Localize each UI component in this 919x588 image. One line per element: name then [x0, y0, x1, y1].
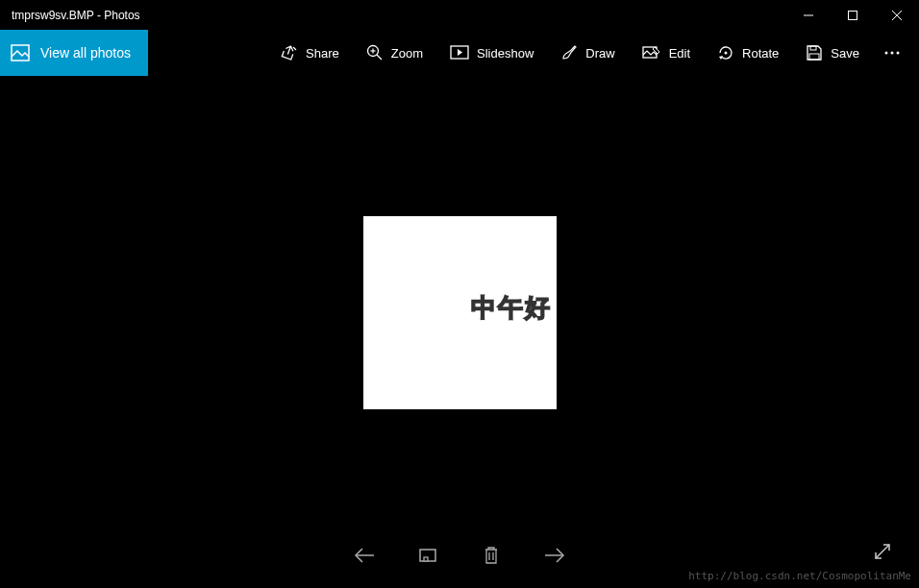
share-label: Share: [306, 46, 339, 61]
zoom-button[interactable]: Zoom: [353, 30, 436, 76]
minimize-icon: [804, 11, 813, 20]
canvas-area: 中午好: [0, 76, 919, 588]
zoom-icon: [366, 44, 384, 61]
trash-icon: [484, 546, 499, 565]
zoom-label: Zoom: [391, 46, 423, 61]
image-icon: [10, 42, 31, 63]
svg-rect-21: [424, 557, 428, 561]
svg-rect-1: [849, 11, 857, 19]
arrow-left-icon: [354, 547, 375, 564]
collection-button[interactable]: [414, 542, 441, 569]
toolbar: View all photos Share Zoom Slideshow Dra: [0, 30, 919, 76]
share-button[interactable]: Share: [267, 30, 353, 76]
save-label: Save: [831, 46, 859, 61]
rotate-icon: [717, 44, 734, 61]
arrow-right-icon: [544, 547, 565, 564]
svg-rect-15: [809, 54, 819, 60]
rotate-label: Rotate: [742, 46, 779, 61]
toolbar-buttons: Share Zoom Slideshow Draw Edit: [267, 30, 919, 76]
slideshow-label: Slideshow: [477, 46, 534, 61]
draw-icon: [560, 44, 578, 61]
view-all-photos-label: View all photos: [40, 45, 131, 61]
svg-line-23: [876, 545, 889, 558]
svg-point-16: [885, 52, 888, 55]
view-all-photos-button[interactable]: View all photos: [0, 30, 148, 76]
slideshow-button[interactable]: Slideshow: [436, 30, 547, 76]
close-icon: [892, 11, 902, 20]
previous-button[interactable]: [351, 542, 378, 569]
save-icon: [806, 44, 823, 61]
share-icon: [281, 44, 298, 61]
close-button[interactable]: [875, 0, 919, 30]
rotate-button[interactable]: Rotate: [704, 30, 792, 76]
draw-label: Draw: [585, 46, 614, 61]
more-icon: [884, 51, 900, 55]
minimize-button[interactable]: [786, 0, 831, 30]
save-button[interactable]: Save: [792, 30, 873, 76]
collection-icon: [418, 547, 437, 564]
window-controls: [786, 0, 919, 30]
svg-marker-10: [458, 49, 462, 56]
svg-point-13: [725, 52, 728, 55]
svg-point-17: [891, 52, 894, 55]
fullscreen-button[interactable]: [869, 538, 896, 565]
watermark: http://blog.csdn.net/CosmopolitanMe: [688, 570, 911, 582]
photo-image: 中午好: [363, 216, 557, 409]
maximize-button[interactable]: [831, 0, 875, 30]
bottom-controls: [351, 542, 568, 569]
titlebar: tmprsw9sv.BMP - Photos: [0, 0, 919, 30]
maximize-icon: [848, 11, 857, 20]
fullscreen-icon: [873, 542, 892, 561]
delete-button[interactable]: [478, 542, 505, 569]
draw-button[interactable]: Draw: [547, 30, 628, 76]
edit-label: Edit: [669, 46, 690, 61]
slideshow-icon: [450, 44, 469, 61]
svg-line-6: [377, 55, 382, 60]
edit-button[interactable]: Edit: [629, 30, 704, 76]
photo-text: 中午好: [471, 291, 552, 325]
edit-icon: [642, 44, 661, 61]
window-title: tmprsw9sv.BMP - Photos: [12, 9, 140, 22]
more-button[interactable]: [873, 30, 911, 76]
next-button[interactable]: [541, 542, 568, 569]
svg-point-18: [897, 52, 900, 55]
